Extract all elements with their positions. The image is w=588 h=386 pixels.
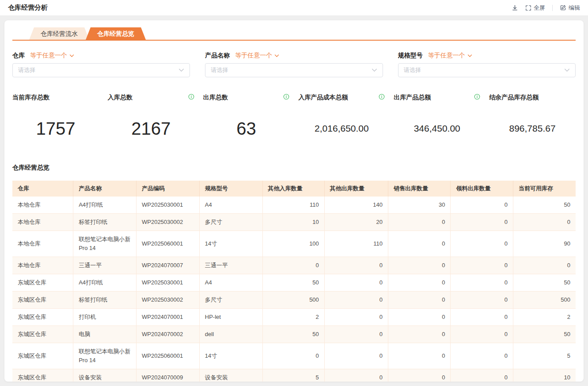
table-column-header: 规格型号 bbox=[199, 181, 262, 197]
edit-button[interactable]: 编辑 bbox=[560, 4, 580, 12]
table-cell: WP2024070001 bbox=[136, 309, 199, 326]
table-cell: WP2024070007 bbox=[136, 257, 199, 274]
table-cell: 30 bbox=[388, 197, 451, 214]
filter-select[interactable]: 请选择 bbox=[12, 63, 190, 77]
filter-spec-model: 规格型号 等于任意一个 请选择 bbox=[398, 51, 576, 77]
filter-select[interactable]: 请选择 bbox=[398, 63, 576, 77]
table-cell: 0 bbox=[388, 257, 451, 274]
table-column-header: 其他入库数量 bbox=[262, 181, 324, 197]
table-cell: 0 bbox=[324, 257, 388, 274]
table-column-header: 仓库 bbox=[12, 181, 73, 197]
kpi-value: 2167 bbox=[131, 119, 171, 139]
table-cell: 14寸 bbox=[199, 343, 262, 369]
kpi-label: 出库总数 bbox=[203, 94, 228, 102]
table-cell: WP2025030002 bbox=[136, 291, 199, 309]
tab-label: 仓库经营流水 bbox=[41, 30, 78, 37]
table-cell: 0 bbox=[324, 369, 388, 382]
kpi-value: 896,785.67 bbox=[509, 123, 556, 134]
table-cell: A4打印纸 bbox=[73, 274, 137, 291]
table-cell: 500 bbox=[262, 291, 324, 309]
filter-select[interactable]: 请选择 bbox=[205, 63, 383, 77]
table-cell: 0 bbox=[451, 369, 513, 382]
table-cell: 东城区仓库 bbox=[12, 274, 73, 291]
table-cell: 本地仓库 bbox=[12, 231, 73, 257]
table-cell: 2 bbox=[513, 309, 576, 326]
table-cell: 100 bbox=[262, 231, 324, 257]
table-cell: 50 bbox=[262, 274, 324, 291]
table-column-header: 产品编码 bbox=[136, 181, 199, 197]
table-cell: dell bbox=[199, 326, 262, 343]
filter-operator-label: 等于任意一个 bbox=[30, 52, 67, 60]
table-cell: 500 bbox=[513, 291, 576, 309]
table-cell: 0 bbox=[388, 274, 451, 291]
table-cell: 设备安装 bbox=[199, 369, 262, 382]
table-cell: 0 bbox=[388, 309, 451, 326]
dashboard-card: 仓库经营流水 仓库经营总览 仓库 等于任意一个 请选择 bbox=[4, 20, 584, 382]
table-cell: 2 bbox=[262, 309, 324, 326]
table-cell: 140 bbox=[324, 197, 388, 214]
filter-warehouse: 仓库 等于任意一个 请选择 bbox=[12, 51, 190, 77]
table-cell: WP2025030001 bbox=[136, 274, 199, 291]
info-icon[interactable] bbox=[474, 94, 480, 102]
table-row: 本地仓库A4打印纸WP2025030001A411014030050 bbox=[12, 197, 576, 214]
table-cell: 110 bbox=[262, 197, 324, 214]
table-cell: 设备安装 bbox=[73, 369, 137, 382]
tab-warehouse-flow[interactable]: 仓库经营流水 bbox=[29, 27, 89, 40]
table-cell: 东城区仓库 bbox=[12, 309, 73, 326]
table-cell: 0 bbox=[451, 326, 513, 343]
kpi-value: 63 bbox=[236, 119, 256, 139]
table-cell: 0 bbox=[451, 291, 513, 309]
table-cell: 东城区仓库 bbox=[12, 369, 73, 382]
filter-operator-dropdown[interactable]: 等于任意一个 bbox=[235, 52, 279, 60]
table-row: 本地仓库三通一平WP2024070007三通一平00000 bbox=[12, 257, 576, 274]
kpi-label: 结余产品库存总额 bbox=[489, 94, 539, 102]
table-cell: 0 bbox=[324, 343, 388, 369]
page-title: 仓库经营分析 bbox=[8, 4, 48, 12]
table-cell: WP2025060001 bbox=[136, 231, 199, 257]
table-row: 本地仓库标签打印纸WP2025030002多尺寸1020000 bbox=[12, 214, 576, 231]
table-cell: 三通一平 bbox=[73, 257, 137, 274]
table-cell: WP2024070002 bbox=[136, 326, 199, 343]
kpi-card-outbound-total: 出库总数 63 bbox=[203, 93, 290, 144]
kpi-card-inbound-total: 入库总数 2167 bbox=[108, 93, 194, 144]
kpi-label: 当前库存总数 bbox=[12, 94, 49, 102]
table-cell: 50 bbox=[513, 197, 576, 214]
table-cell: 110 bbox=[324, 231, 388, 257]
filter-operator-label: 等于任意一个 bbox=[235, 52, 272, 60]
table-cell: A4 bbox=[199, 274, 262, 291]
kpi-value: 2,016,650.00 bbox=[315, 123, 369, 134]
table-cell: 50 bbox=[513, 274, 576, 291]
fullscreen-button[interactable]: 全屏 bbox=[525, 4, 545, 12]
filter-operator-dropdown[interactable]: 等于任意一个 bbox=[428, 52, 472, 60]
chevron-down-icon bbox=[69, 54, 74, 57]
topbar-actions: 全屏 编辑 bbox=[512, 4, 580, 12]
table-cell: 电脑 bbox=[73, 326, 137, 343]
filter-operator-dropdown[interactable]: 等于任意一个 bbox=[30, 52, 74, 60]
table-cell: 东城区仓库 bbox=[12, 326, 73, 343]
table-cell: 0 bbox=[451, 214, 513, 231]
tab-warehouse-overview[interactable]: 仓库经营总览 bbox=[86, 27, 146, 40]
info-icon[interactable] bbox=[188, 94, 194, 102]
table-cell: 三通一平 bbox=[199, 257, 262, 274]
info-icon[interactable] bbox=[379, 94, 385, 102]
table-cell: 10 bbox=[513, 369, 576, 382]
download-button[interactable] bbox=[512, 4, 518, 11]
filter-operator-label: 等于任意一个 bbox=[428, 52, 465, 60]
table-cell: 0 bbox=[513, 214, 576, 231]
table-cell: 0 bbox=[451, 343, 513, 369]
select-placeholder: 请选择 bbox=[211, 66, 228, 74]
table-column-header: 销售出库数量 bbox=[388, 181, 451, 197]
info-icon[interactable] bbox=[283, 94, 289, 102]
kpi-label: 出库产品总额 bbox=[394, 94, 431, 102]
table-row: 东城区仓库电脑WP2024070002dell5000050 bbox=[12, 326, 576, 343]
table-cell: 0 bbox=[388, 369, 451, 382]
table-section: 仓库经营总览 仓库产品名称产品编码规格型号其他入库数量其他出库数量销售出库数量领… bbox=[12, 164, 576, 382]
table-cell: 联想笔记本电脑小新Pro 14 bbox=[73, 343, 137, 369]
table-cell: A4打印纸 bbox=[73, 197, 137, 214]
kpi-value: 1757 bbox=[36, 119, 75, 139]
table-header-row: 仓库产品名称产品编码规格型号其他入库数量其他出库数量销售出库数量领料出库数量当前… bbox=[12, 181, 576, 197]
chevron-down-icon bbox=[372, 68, 377, 72]
tab-label: 仓库经营总览 bbox=[97, 30, 134, 37]
table-cell: 0 bbox=[388, 291, 451, 309]
kpi-card-inbound-cost-total: 入库产品成本总额 2,016,650.00 bbox=[298, 93, 385, 144]
